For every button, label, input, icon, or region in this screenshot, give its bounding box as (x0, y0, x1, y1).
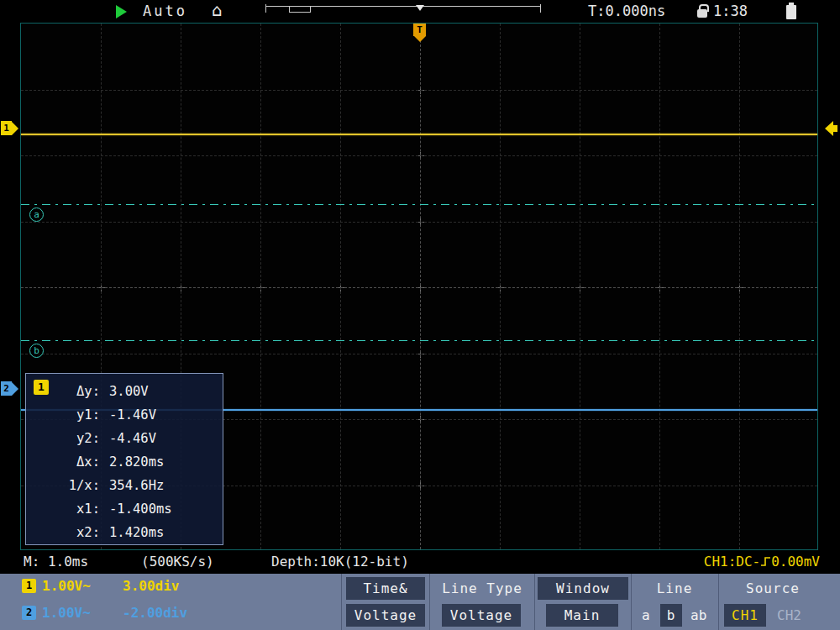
menu-separator (429, 574, 430, 630)
cursor-row-label: Δy: (26, 384, 100, 399)
cursor-row-y2: y2:-4.46V (26, 427, 223, 450)
trigger-status-readout: CH1:DC- 0.00mV (704, 554, 820, 570)
menu-window-value[interactable]: Main (546, 604, 618, 627)
menu-line-option-a[interactable]: a (642, 607, 650, 623)
trigger-coupling-label: CH1:DC- (704, 554, 760, 570)
cursor-row-freq: 1/x:354.6Hz (26, 474, 223, 497)
cursor-row-x2: x2:1.420ms (26, 521, 223, 544)
grid-hline (21, 155, 817, 156)
cursor-row-dx: Δx:2.820ms (26, 450, 223, 474)
cursor-row-value: 2.820ms (109, 454, 164, 470)
cursor-row-value: 3.00V (109, 384, 149, 399)
status-bar: M: 1.0ms (500KS/s) Depth:10K(12-bit) CH1… (0, 550, 840, 574)
ch1-offset-readout: 3.00div (123, 578, 179, 594)
menu-separator (631, 574, 632, 630)
menu-separator (534, 574, 535, 630)
ch2-marker-label: 2 (1, 381, 12, 396)
trigger-horizontal-position-marker[interactable]: T (413, 24, 426, 42)
home-icon[interactable] (212, 0, 223, 20)
ch1-position-marker[interactable]: 1 (1, 121, 18, 135)
grid-vline (260, 24, 261, 549)
cursor-row-dy: Δy:3.00V (26, 380, 223, 403)
grid-hline (21, 90, 817, 91)
ch2-scale-readout: 1.00V~ (42, 605, 91, 621)
trigger-level-marker[interactable] (825, 121, 837, 136)
cursor-row-x1: x1:-1.400ms (26, 497, 223, 521)
ruler-left-tick (265, 4, 266, 13)
menu-separator (341, 574, 342, 630)
grid-hline (21, 287, 817, 288)
cursor-b-line[interactable] (21, 340, 817, 341)
ch2-position-marker[interactable]: 2 (1, 381, 18, 396)
trigger-level-arrow-tail (833, 125, 837, 132)
run-state-play-icon[interactable] (116, 5, 127, 18)
trigger-position-marker-icon[interactable] (416, 5, 424, 11)
ruler-right-tick (540, 4, 541, 13)
ch1-badge[interactable]: 1 (22, 579, 36, 593)
ruler-window-region (289, 6, 311, 13)
grid-vline (420, 24, 421, 549)
grid-vline (659, 24, 660, 549)
menu-line-type-value[interactable]: Voltage (442, 604, 521, 627)
timebase-readout: M: 1.0ms (24, 554, 88, 570)
ch1-marker-arrow-icon (12, 122, 18, 135)
sample-rate-readout: (500KS/s) (141, 554, 214, 570)
trigger-offset-readout: T:0.000ns (588, 3, 665, 19)
cursor-a-line[interactable] (21, 204, 817, 205)
grid-vline (500, 24, 501, 549)
clock-readout: 1:38 (713, 3, 748, 19)
trigger-level-readout: 0.00mV (771, 554, 820, 570)
menu-line-option-ab[interactable]: ab (690, 607, 706, 623)
cursor-row-value: -1.46V (109, 407, 156, 423)
cursor-readouts: Δy:3.00V y1:-1.46V y2:-4.46V Δx:2.820ms … (26, 380, 223, 544)
cursor-row-label: x1: (26, 501, 100, 517)
trigger-marker-pointer-icon (414, 36, 426, 42)
cursor-row-value: 354.6Hz (109, 478, 164, 493)
grid-hline (21, 354, 817, 354)
menu-line-option-b[interactable]: b (660, 604, 682, 627)
cursor-row-value: -4.46V (109, 431, 156, 446)
ch2-offset-readout: -2.00div (123, 605, 187, 621)
menu-line-title: Line (633, 580, 717, 596)
oscilloscope-screen: Auto T:0.000ns 1:38 a b T 1 2 (0, 0, 840, 630)
grid-vline (739, 24, 740, 549)
menu-time-voltage-line1[interactable]: Time& (346, 577, 425, 600)
cursor-row-y1: y1:-1.46V (26, 403, 223, 427)
cursor-row-label: y1: (26, 407, 100, 423)
battery-icon (786, 5, 796, 19)
menu-source-option-ch2[interactable]: CH2 (777, 607, 801, 623)
ch2-badge[interactable]: 2 (22, 606, 36, 620)
cursor-measurement-panel: 1 Δy:3.00V y1:-1.46V y2:-4.46V Δx:2.820m… (25, 373, 223, 545)
top-bar: Auto T:0.000ns 1:38 (0, 0, 840, 23)
menu-bar: 1 1.00V~ 3.00div 2 1.00V~ -2.00div Time&… (0, 574, 840, 630)
menu-separator (718, 574, 719, 630)
cursor-row-label: Δx: (26, 454, 100, 470)
grid-vline (340, 24, 341, 549)
grid-vline (580, 24, 580, 549)
ch1-scale-readout: 1.00V~ (42, 578, 91, 594)
cursor-row-label: x2: (26, 525, 100, 540)
trigger-level-arrow-icon (825, 121, 833, 136)
ch1-trace (21, 134, 817, 135)
grid-hline (21, 222, 817, 223)
cursor-row-label: y2: (26, 431, 100, 446)
cursor-row-label: 1/x: (26, 478, 100, 493)
menu-window-title[interactable]: Window (538, 577, 628, 600)
cursor-b-handle[interactable]: b (29, 344, 44, 358)
menu-line-type-title: Line Type (431, 580, 533, 596)
menu-time-voltage-line2[interactable]: Voltage (346, 604, 425, 627)
cursor-a-handle[interactable]: a (29, 207, 44, 222)
record-depth-readout: Depth:10K(12-bit) (271, 554, 409, 570)
trigger-marker-label: T (413, 24, 426, 36)
cursor-row-value: 1.420ms (109, 525, 164, 540)
rising-edge-icon (760, 555, 771, 568)
ch2-marker-arrow-icon (12, 382, 18, 396)
cursor-row-value: -1.400ms (109, 501, 172, 517)
lock-icon (697, 9, 707, 18)
menu-source-title: Source (720, 580, 826, 596)
trigger-mode-label[interactable]: Auto (143, 3, 187, 19)
ch1-marker-label: 1 (1, 121, 12, 135)
menu-source-option-ch1[interactable]: CH1 (724, 604, 766, 627)
